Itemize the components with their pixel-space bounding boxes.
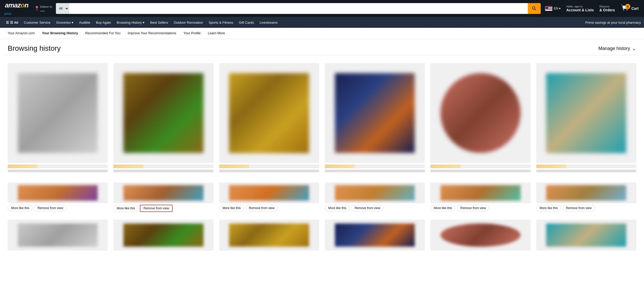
- product-thumbnail-9: [229, 185, 309, 201]
- more-like-this-btn-8[interactable]: More like this: [113, 205, 138, 212]
- product-image-12[interactable]: [536, 183, 636, 203]
- main-content: Browsing history Manage history ⌄: [0, 39, 644, 253]
- product-card-9: More like this Remove from view: [217, 180, 322, 214]
- location-selector[interactable]: 📍 Deliver to .....: [32, 4, 54, 13]
- nav-groceries[interactable]: Groceries ▾: [53, 18, 76, 27]
- cart-label: Cart: [631, 6, 639, 11]
- returns-label: Returns: [599, 5, 615, 8]
- nav-right-area: EN ▾ Hello, sign in Account & Lists Retu…: [543, 3, 641, 14]
- product-image-10[interactable]: [325, 183, 425, 203]
- nav-outdoor-recreation[interactable]: Outdoor Recreation: [171, 18, 206, 27]
- svg-point-0: [623, 9, 624, 10]
- more-like-this-btn-7[interactable]: More like this: [8, 205, 33, 211]
- more-like-this-btn-10[interactable]: More like this: [325, 205, 350, 211]
- tertiary-navigation: Your Amazon.com Your Browsing History Re…: [0, 28, 644, 39]
- page-title: Browsing history: [8, 44, 61, 53]
- product-thumbnail-8: [123, 185, 204, 201]
- product-image-5[interactable]: [430, 63, 530, 163]
- account-lists-button[interactable]: Hello, sign in Account & Lists: [564, 4, 596, 13]
- product-image-14[interactable]: [113, 220, 213, 251]
- nav-customer-service[interactable]: Customer Service: [21, 18, 53, 27]
- product-image-13[interactable]: [8, 220, 108, 251]
- nav-best-sellers[interactable]: Best Sellers: [147, 18, 171, 27]
- product-rating-2: [113, 165, 213, 168]
- tert-nav-your-profile[interactable]: Your Profile: [180, 29, 204, 38]
- product-image-8[interactable]: [113, 183, 213, 203]
- product-image-16[interactable]: [325, 220, 425, 251]
- nav-audible[interactable]: Audible: [76, 18, 93, 27]
- tert-nav-learn-more[interactable]: Learn More: [204, 29, 228, 38]
- amazon-logo-link[interactable]: amazon prime: [3, 1, 30, 16]
- product-thumbnail-14: [123, 223, 204, 247]
- product-image-7[interactable]: [8, 183, 108, 203]
- search-button[interactable]: [528, 3, 541, 14]
- language-label: EN ▾: [554, 7, 561, 10]
- product-rating-1: [8, 165, 108, 168]
- product-card-7: More like this Remove from view: [5, 180, 110, 214]
- language-selector[interactable]: EN ▾: [543, 5, 563, 12]
- product-title-6: [536, 170, 636, 172]
- product-image-4[interactable]: [325, 63, 425, 163]
- product-image-17[interactable]: [430, 220, 530, 251]
- remove-from-view-btn-12[interactable]: Remove from view: [563, 205, 595, 211]
- more-like-this-btn-12[interactable]: More like this: [536, 205, 561, 211]
- product-thumbnail-17: [440, 223, 521, 247]
- product-thumbnail-11: [440, 185, 521, 201]
- more-like-this-btn-11[interactable]: More like this: [430, 205, 455, 211]
- remove-from-view-btn-11[interactable]: Remove from view: [457, 205, 489, 211]
- product-thumbnail-3: [229, 73, 309, 153]
- product-image-9[interactable]: [219, 183, 319, 203]
- product-thumbnail-12: [546, 185, 626, 201]
- account-lists-label: Account & Lists: [566, 8, 594, 12]
- all-menu-button[interactable]: ☰ ☰ All: [3, 18, 21, 27]
- product-actions-7: More like this Remove from view: [8, 205, 108, 211]
- product-image-18[interactable]: [536, 220, 636, 251]
- product-card-6: [534, 61, 639, 175]
- product-rating-3: [219, 165, 319, 168]
- cart-button[interactable]: 0 Cart: [618, 3, 641, 14]
- product-card-10: More like this Remove from view: [322, 180, 427, 214]
- nav-gift-cards[interactable]: Gift Cards: [236, 18, 257, 27]
- cart-count-badge: 0: [625, 4, 630, 9]
- nav-livestreams[interactable]: Livestreams: [257, 18, 281, 27]
- tert-nav-recommended[interactable]: Recommended For You: [82, 29, 124, 38]
- product-rating-4: [325, 165, 425, 168]
- product-card-15: [217, 217, 322, 253]
- product-thumbnail-16: [335, 223, 415, 247]
- remove-from-view-btn-8-highlighted[interactable]: Remove from view: [140, 205, 173, 212]
- product-rating-6: [536, 165, 636, 168]
- tert-nav-improve-recommendations[interactable]: Improve Your Recommendations: [124, 29, 180, 38]
- search-icon: [531, 6, 537, 11]
- nav-sports-fitness[interactable]: Sports & Fitness: [206, 18, 236, 27]
- product-card-3: [217, 61, 322, 175]
- us-flag-icon: [545, 6, 552, 11]
- orders-label: & Orders: [599, 8, 615, 12]
- remove-from-view-btn-9[interactable]: Remove from view: [245, 205, 278, 211]
- remove-from-view-btn-10[interactable]: Remove from view: [351, 205, 384, 211]
- product-image-1[interactable]: [8, 63, 108, 163]
- product-actions-9: More like this Remove from view: [219, 205, 319, 211]
- tert-nav-browsing-history[interactable]: Your Browsing History: [38, 29, 82, 38]
- more-like-this-btn-9[interactable]: More like this: [219, 205, 244, 211]
- nav-buy-again[interactable]: Buy Again: [93, 18, 114, 27]
- product-card-2: [111, 61, 216, 175]
- product-actions-10: More like this Remove from view: [325, 205, 425, 211]
- remove-from-view-btn-7[interactable]: Remove from view: [34, 205, 66, 211]
- product-image-6[interactable]: [536, 63, 636, 163]
- product-image-15[interactable]: [219, 220, 319, 251]
- product-card-5: [428, 61, 533, 175]
- search-category-select[interactable]: All: [56, 3, 69, 14]
- returns-orders-button[interactable]: Returns & Orders: [597, 4, 617, 13]
- product-thumbnail-7: [18, 185, 98, 201]
- search-input[interactable]: [69, 3, 528, 14]
- hamburger-icon: ☰: [6, 21, 9, 24]
- product-title-5: [430, 170, 530, 172]
- manage-history-button[interactable]: Manage history ⌄: [598, 45, 636, 52]
- tert-nav-your-amazon[interactable]: Your Amazon.com: [4, 29, 38, 38]
- product-thumbnail-5: [440, 73, 521, 153]
- product-card-12: More like this Remove from view: [534, 180, 639, 214]
- nav-browsing-history[interactable]: Browsing History ▾: [114, 18, 147, 27]
- product-image-2[interactable]: [113, 63, 213, 163]
- product-image-11[interactable]: [430, 183, 530, 203]
- product-image-3[interactable]: [219, 63, 319, 163]
